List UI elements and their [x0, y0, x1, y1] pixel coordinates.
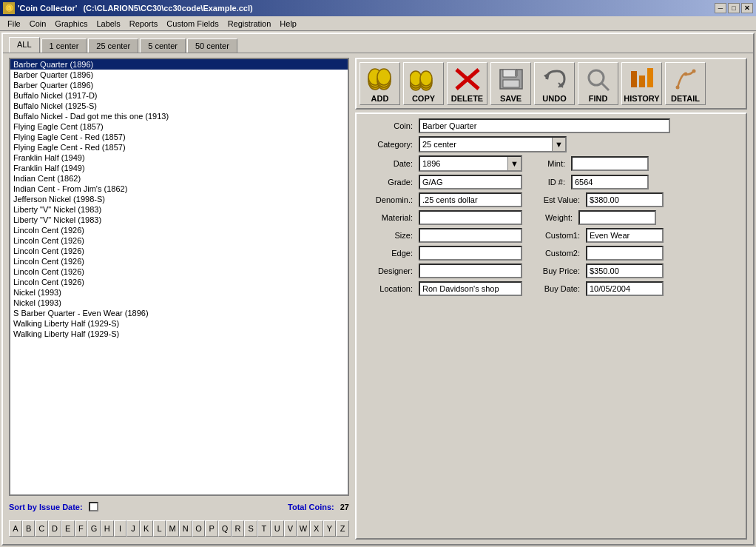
alpha-btn-r[interactable]: R [232, 520, 245, 537]
tab-50center[interactable]: 50 center [187, 38, 237, 53]
alpha-btn-j[interactable]: J [126, 520, 140, 537]
list-item[interactable]: Barber Quarter (1896) [10, 59, 348, 70]
tab-all[interactable]: ALL [9, 37, 40, 53]
detail-button[interactable]: DETAIL [665, 62, 706, 105]
alpha-btn-e[interactable]: E [61, 520, 75, 537]
list-item[interactable]: Nickel (1993) [10, 298, 348, 308]
alpha-btn-v[interactable]: V [284, 520, 297, 537]
list-item[interactable]: Lincoln Cent (1926) [10, 246, 348, 256]
id-input[interactable] [571, 175, 649, 189]
tab-1center[interactable]: 1 center [41, 38, 87, 53]
menu-labels[interactable]: Labels [92, 18, 124, 30]
delete-button[interactable]: DELETE [447, 62, 487, 105]
list-item[interactable]: S Barber Quarter - Even Wear (1896) [10, 308, 348, 318]
date-select[interactable]: 1896 ▼ [419, 155, 522, 172]
list-item[interactable]: Franklin Half (1949) [10, 152, 348, 163]
buydate-input[interactable] [586, 281, 664, 296]
material-input[interactable] [419, 210, 522, 225]
coin-list[interactable]: Barber Quarter (1896)Barber Quarter (189… [9, 58, 349, 496]
alpha-btn-y[interactable]: Y [323, 520, 337, 537]
alpha-btn-q[interactable]: Q [218, 520, 232, 537]
list-item[interactable]: Barber Quarter (1896) [10, 70, 348, 80]
edge-input[interactable] [419, 246, 522, 261]
alpha-btn-u[interactable]: U [271, 520, 284, 537]
list-item[interactable]: Buffalo Nickel (1925-S) [10, 101, 348, 111]
alpha-btn-a[interactable]: A [9, 520, 22, 537]
alpha-btn-w[interactable]: W [297, 520, 310, 537]
maximize-button[interactable]: □ [728, 3, 740, 13]
alpha-btn-c[interactable]: C [35, 520, 48, 537]
menu-graphics[interactable]: Graphics [50, 18, 92, 30]
alpha-btn-n[interactable]: N [179, 520, 192, 537]
list-item[interactable]: Buffalo Nickel - Dad got me this one (19… [10, 111, 348, 121]
history-button[interactable]: HISTORY [621, 62, 662, 105]
list-item[interactable]: Flying Eagle Cent (1857) [10, 121, 348, 132]
minimize-button[interactable]: ─ [715, 3, 726, 13]
weight-input[interactable] [578, 210, 656, 225]
location-input[interactable] [419, 281, 522, 296]
tab-25center[interactable]: 25 center [88, 38, 138, 53]
alpha-btn-s[interactable]: S [244, 520, 257, 537]
sort-checkbox[interactable] [89, 502, 98, 511]
list-item[interactable]: Franklin Half (1949) [10, 163, 348, 173]
alpha-btn-p[interactable]: P [205, 520, 218, 537]
save-button[interactable]: SAVE [490, 62, 531, 105]
svg-rect-17 [515, 70, 518, 76]
denom-input[interactable] [419, 192, 522, 207]
alpha-btn-l[interactable]: L [153, 520, 166, 537]
alpha-btn-d[interactable]: D [48, 520, 61, 537]
list-item[interactable]: Walking Liberty Half (1929-S) [10, 329, 348, 339]
list-item[interactable]: Barber Quarter (1896) [10, 80, 348, 90]
mint-input[interactable] [571, 156, 649, 171]
alpha-btn-h[interactable]: H [101, 520, 114, 537]
designer-input[interactable] [419, 264, 522, 278]
grade-input[interactable] [419, 175, 522, 189]
alpha-btn-m[interactable]: M [166, 520, 179, 537]
list-item[interactable]: Indian Cent - From Jim's (1862) [10, 184, 348, 194]
find-button[interactable]: FIND [578, 62, 618, 105]
alpha-btn-k[interactable]: K [140, 520, 153, 537]
alpha-btn-b[interactable]: B [22, 520, 36, 537]
menu-registration[interactable]: Registration [223, 18, 276, 30]
list-item[interactable]: Lincoln Cent (1926) [10, 256, 348, 266]
menu-file[interactable]: File [3, 18, 25, 30]
size-input[interactable] [419, 228, 522, 243]
list-item[interactable]: Jefferson Nickel (1998-S) [10, 194, 348, 204]
alpha-btn-x[interactable]: X [310, 520, 323, 537]
list-item[interactable]: Indian Cent (1862) [10, 173, 348, 184]
coin-input[interactable] [419, 118, 670, 133]
list-item[interactable]: Lincoln Cent (1926) [10, 235, 348, 246]
list-item[interactable]: Lincoln Cent (1926) [10, 277, 348, 287]
list-item[interactable]: Buffalo Nickel (1917-D) [10, 90, 348, 101]
menu-reports[interactable]: Reports [125, 18, 163, 30]
category-select[interactable]: 25 center ▼ [419, 136, 567, 152]
alpha-btn-f[interactable]: F [75, 520, 88, 537]
list-item[interactable]: Lincoln Cent (1926) [10, 225, 348, 235]
list-item[interactable]: Walking Liberty Half (1929-S) [10, 318, 348, 329]
date-dropdown-arrow[interactable]: ▼ [507, 157, 521, 170]
copy-button[interactable]: COPY [403, 62, 444, 105]
alpha-btn-i[interactable]: I [114, 520, 127, 537]
menu-help[interactable]: Help [275, 18, 301, 30]
alpha-btn-g[interactable]: G [87, 520, 101, 537]
add-button[interactable]: ADD [360, 62, 400, 105]
custom1-input[interactable] [586, 228, 664, 243]
list-item[interactable]: Lincoln Cent (1926) [10, 266, 348, 277]
menu-custom-fields[interactable]: Custom Fields [162, 18, 223, 30]
undo-button[interactable]: UNDO [534, 62, 575, 105]
list-item[interactable]: Nickel (1993) [10, 287, 348, 298]
category-dropdown-arrow[interactable]: ▼ [552, 138, 565, 151]
alpha-btn-z[interactable]: Z [336, 520, 349, 537]
list-item[interactable]: Flying Eagle Cent - Red (1857) [10, 142, 348, 152]
close-button[interactable]: ✕ [741, 3, 753, 13]
list-item[interactable]: Liberty "V" Nickel (1983) [10, 204, 348, 215]
custom2-input[interactable] [586, 246, 664, 261]
alpha-btn-t[interactable]: T [257, 520, 271, 537]
buyprice-input[interactable] [586, 264, 664, 278]
alpha-btn-o[interactable]: O [192, 520, 206, 537]
estval-input[interactable] [586, 192, 664, 207]
menu-coin[interactable]: Coin [25, 18, 51, 30]
list-item[interactable]: Liberty "V" Nickel (1983) [10, 215, 348, 225]
tab-5center[interactable]: 5 center [140, 38, 186, 53]
list-item[interactable]: Flying Eagle Cent - Red (1857) [10, 132, 348, 142]
